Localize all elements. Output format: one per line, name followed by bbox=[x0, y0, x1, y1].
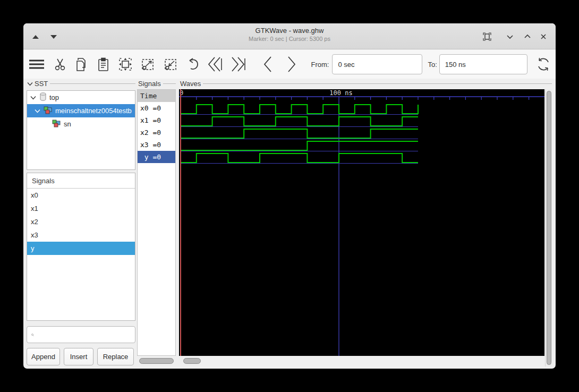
replace-button[interactable]: Replace bbox=[97, 348, 134, 365]
wave-canvas[interactable]: 0100 ns bbox=[179, 89, 544, 356]
close-button[interactable] bbox=[538, 31, 549, 42]
zoom-fit-button[interactable] bbox=[114, 55, 137, 73]
signal-item-x1[interactable]: x1 bbox=[27, 202, 135, 215]
maximize-button[interactable] bbox=[522, 31, 533, 42]
wave-trace-x0 bbox=[181, 105, 418, 114]
fast-backward-icon bbox=[207, 56, 223, 72]
expander-icon[interactable] bbox=[35, 107, 40, 115]
waves-frame-label: Waves bbox=[180, 80, 552, 88]
tree-item-sn[interactable]: sn bbox=[27, 117, 135, 131]
insert-button[interactable]: Insert bbox=[64, 348, 93, 365]
waveform-plot: 0100 ns bbox=[179, 89, 544, 356]
wave-name-row[interactable]: x2 =0 bbox=[138, 126, 175, 139]
wave-name-row[interactable]: x1 =0 bbox=[138, 114, 175, 126]
names-frame-label: Signals bbox=[138, 80, 176, 88]
toolbar: From: To: bbox=[23, 50, 556, 79]
append-button[interactable]: Append bbox=[27, 348, 60, 365]
expander-icon[interactable] bbox=[30, 93, 36, 101]
wave-trace-x2 bbox=[181, 129, 418, 138]
zoom-out-full-button[interactable] bbox=[137, 55, 159, 73]
chevron-right-icon bbox=[287, 56, 296, 73]
wave-names-column: Time x0 =0 x1 =0 x2 =0 x3 =0 y =0 bbox=[137, 89, 176, 356]
undo-arrow-icon bbox=[185, 57, 200, 72]
step-left-button[interactable] bbox=[256, 55, 279, 73]
names-hscrollbar-thumb[interactable] bbox=[139, 358, 174, 364]
time-header: Time bbox=[138, 90, 175, 102]
zoom-in-button[interactable] bbox=[159, 55, 181, 73]
gtkwave-window: GTKWave - wave.ghw Marker: 0 sec | Curso… bbox=[23, 23, 556, 369]
go-to-start-button[interactable] bbox=[204, 55, 226, 73]
wave-trace-x1 bbox=[181, 117, 418, 126]
wave-trace-x3 bbox=[181, 141, 418, 150]
signal-item-x3[interactable]: x3 bbox=[27, 228, 135, 242]
window-title: GTKWave - wave.ghw bbox=[23, 27, 556, 35]
close-icon bbox=[540, 33, 547, 40]
reload-icon bbox=[536, 57, 551, 72]
signal-search-box[interactable] bbox=[27, 326, 135, 343]
minimize-button[interactable] bbox=[504, 31, 516, 42]
step-right-button[interactable] bbox=[279, 55, 303, 73]
marker-cursor-status: Marker: 0 sec | Cursor: 5300 ps bbox=[23, 36, 556, 42]
signals-list-header: Signals bbox=[27, 173, 135, 189]
copy-button[interactable] bbox=[71, 55, 93, 73]
zoom-out-icon bbox=[140, 57, 155, 72]
signal-search-panel: Signals x0 x1 x2 x3 y bbox=[27, 173, 135, 321]
sst-tree-panel: top meinschaltnetz0054testb sn bbox=[27, 90, 135, 170]
module-icon bbox=[52, 119, 61, 129]
signal-item-x0[interactable]: x0 bbox=[27, 189, 135, 202]
module-icon bbox=[44, 106, 53, 116]
from-input[interactable] bbox=[332, 54, 422, 74]
cut-button[interactable] bbox=[49, 55, 71, 73]
fast-forward-icon bbox=[229, 56, 245, 72]
chevron-left-icon bbox=[263, 56, 273, 73]
titlebar[interactable]: GTKWave - wave.ghw Marker: 0 sec | Curso… bbox=[23, 23, 556, 49]
reload-button[interactable] bbox=[532, 55, 556, 73]
chevron-up-icon bbox=[524, 33, 531, 40]
menu-button[interactable] bbox=[23, 55, 49, 73]
copy-icon bbox=[75, 57, 88, 72]
go-to-end-button[interactable] bbox=[226, 55, 249, 73]
wave-name-row-selected[interactable]: y =0 bbox=[138, 151, 175, 163]
zoom-fit-icon bbox=[118, 57, 133, 72]
fullscreen-icon bbox=[483, 32, 491, 41]
menu-icon bbox=[28, 58, 45, 70]
to-label: To: bbox=[428, 61, 437, 69]
scissors-icon bbox=[54, 57, 66, 71]
wave-name-row[interactable]: x0 =0 bbox=[138, 102, 175, 114]
waves-vscrollbar-thumb[interactable] bbox=[547, 91, 551, 365]
from-label: From: bbox=[311, 61, 329, 69]
zoom-undo-button[interactable] bbox=[182, 55, 204, 73]
search-input[interactable] bbox=[37, 331, 131, 339]
waves-hscrollbar-thumb[interactable] bbox=[183, 358, 201, 364]
paste-button[interactable] bbox=[92, 55, 114, 73]
signal-item-y[interactable]: y bbox=[27, 242, 135, 255]
zoom-in-icon bbox=[163, 57, 178, 72]
waves-vscrollbar[interactable] bbox=[545, 89, 552, 367]
sst-expander-icon[interactable] bbox=[27, 80, 33, 88]
clipboard-icon bbox=[97, 57, 109, 72]
tree-item-meinschaltnetz[interactable]: meinschaltnetz0054testb bbox=[27, 104, 135, 117]
search-icon bbox=[31, 331, 34, 339]
wave-trace-y bbox=[181, 154, 418, 163]
fullscreen-button[interactable] bbox=[481, 31, 493, 42]
to-input[interactable] bbox=[439, 54, 527, 74]
tree-item-top[interactable]: top bbox=[27, 91, 135, 104]
svg-text:100 ns: 100 ns bbox=[329, 89, 352, 97]
sst-frame-label: SST bbox=[27, 80, 135, 88]
chevron-down-icon bbox=[506, 33, 514, 40]
design-root-icon bbox=[39, 92, 47, 103]
wave-name-row[interactable]: x3 =0 bbox=[138, 139, 175, 151]
signal-item-x2[interactable]: x2 bbox=[27, 215, 135, 228]
